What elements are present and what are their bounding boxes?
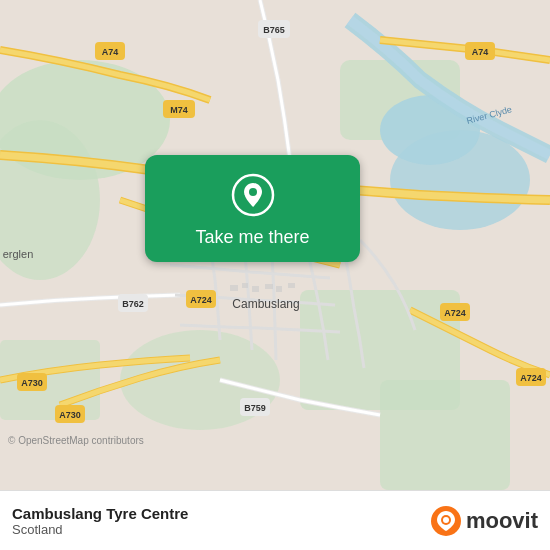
svg-point-42 — [249, 188, 257, 196]
svg-text:A724: A724 — [520, 373, 542, 383]
svg-text:B765: B765 — [263, 25, 285, 35]
svg-rect-37 — [252, 286, 259, 292]
svg-rect-9 — [380, 380, 510, 490]
take-me-there-label: Take me there — [195, 227, 309, 248]
location-pin-icon — [231, 173, 275, 217]
svg-rect-39 — [276, 286, 282, 292]
svg-text:Cambuslang: Cambuslang — [232, 297, 299, 311]
place-name: Cambuslang Tyre Centre — [12, 505, 188, 522]
svg-text:A730: A730 — [59, 410, 81, 420]
moovit-brand-name: moovit — [466, 508, 538, 534]
svg-rect-35 — [230, 285, 238, 291]
svg-text:A724: A724 — [444, 308, 466, 318]
svg-rect-40 — [288, 283, 295, 288]
svg-text:A724: A724 — [190, 295, 212, 305]
svg-point-45 — [443, 517, 449, 523]
svg-text:A74: A74 — [472, 47, 489, 57]
place-info: Cambuslang Tyre Centre Scotland — [12, 505, 188, 537]
svg-text:A74: A74 — [102, 47, 119, 57]
svg-text:erglen: erglen — [3, 248, 34, 260]
footer-bar: Cambuslang Tyre Centre Scotland moovit — [0, 490, 550, 550]
osm-attribution: © OpenStreetMap contributors — [8, 435, 144, 446]
map-view: A74 M74 A74 B765 B762 A724 A730 A730 B75… — [0, 0, 550, 490]
svg-text:B762: B762 — [122, 299, 144, 309]
svg-rect-38 — [265, 284, 273, 289]
moovit-brand-icon — [430, 505, 462, 537]
svg-text:B759: B759 — [244, 403, 266, 413]
take-me-there-button[interactable]: Take me there — [145, 155, 360, 262]
place-region: Scotland — [12, 522, 188, 537]
moovit-logo: moovit — [430, 505, 538, 537]
svg-text:M74: M74 — [170, 105, 188, 115]
svg-rect-36 — [242, 283, 248, 288]
svg-text:A730: A730 — [21, 378, 43, 388]
